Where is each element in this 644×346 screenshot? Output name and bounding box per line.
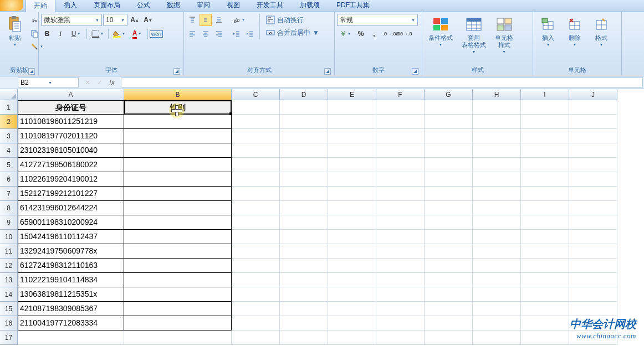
cell-E16[interactable] bbox=[328, 316, 376, 330]
cell-G17[interactable] bbox=[425, 330, 473, 345]
cell-J5[interactable] bbox=[569, 158, 617, 172]
cell-B15[interactable] bbox=[124, 302, 232, 316]
font-size-combo[interactable]: 10▼ bbox=[103, 14, 127, 26]
cell-I7[interactable] bbox=[521, 187, 569, 201]
cell-J12[interactable] bbox=[569, 259, 617, 273]
cell-G2[interactable] bbox=[425, 115, 473, 129]
cell-F15[interactable] bbox=[376, 302, 425, 316]
cell-D9[interactable] bbox=[280, 215, 328, 230]
cell-E1[interactable] bbox=[328, 100, 376, 115]
cell-F1[interactable] bbox=[376, 100, 425, 115]
cell-I12[interactable] bbox=[521, 259, 569, 273]
select-all-corner[interactable] bbox=[0, 89, 18, 100]
align-left-button[interactable] bbox=[186, 28, 198, 40]
delete-cells-button[interactable]: 删除▼ bbox=[562, 14, 587, 48]
tab-view[interactable]: 视图 bbox=[218, 0, 248, 12]
cell-B7[interactable] bbox=[124, 187, 232, 201]
cell-E15[interactable] bbox=[328, 302, 376, 316]
cell-E4[interactable] bbox=[328, 143, 376, 158]
fill-color-button[interactable]: ▼ bbox=[111, 28, 127, 40]
cell-A1[interactable]: 身份证号 bbox=[18, 100, 124, 115]
cell-J10[interactable] bbox=[569, 230, 617, 244]
cell-E12[interactable] bbox=[328, 259, 376, 273]
wrap-text-button[interactable]: 自动换行 bbox=[263, 14, 322, 26]
cell-D14[interactable] bbox=[280, 287, 328, 302]
cell-A15[interactable]: 421087198309085367 bbox=[18, 302, 124, 316]
cell-G7[interactable] bbox=[425, 187, 473, 201]
tab-dev[interactable]: 开发工具 bbox=[248, 0, 292, 12]
cell-C4[interactable] bbox=[232, 143, 280, 158]
cell-G1[interactable] bbox=[425, 100, 473, 115]
cell-E13[interactable] bbox=[328, 273, 376, 287]
cell-H4[interactable] bbox=[473, 143, 521, 158]
cell-H15[interactable] bbox=[473, 302, 521, 316]
cell-B5[interactable] bbox=[124, 158, 232, 172]
cell-C7[interactable] bbox=[232, 187, 280, 201]
cell-I9[interactable] bbox=[521, 215, 569, 230]
cell-C9[interactable] bbox=[232, 215, 280, 230]
cell-H2[interactable] bbox=[473, 115, 521, 129]
cell-J4[interactable] bbox=[569, 143, 617, 158]
cell-G9[interactable] bbox=[425, 215, 473, 230]
cell-G14[interactable] bbox=[425, 287, 473, 302]
cell-F16[interactable] bbox=[376, 316, 425, 330]
format-cells-button[interactable]: 格式▼ bbox=[589, 14, 614, 48]
cell-I15[interactable] bbox=[521, 302, 569, 316]
grow-font-button[interactable]: A▲ bbox=[129, 14, 141, 26]
cell-E8[interactable] bbox=[328, 201, 376, 215]
cell-F4[interactable] bbox=[376, 143, 425, 158]
cell-C15[interactable] bbox=[232, 302, 280, 316]
cell-E7[interactable] bbox=[328, 187, 376, 201]
cell-D15[interactable] bbox=[280, 302, 328, 316]
font-launcher[interactable]: ◢ bbox=[173, 68, 180, 75]
cell-A7[interactable]: 152127199212101227 bbox=[18, 187, 124, 201]
spreadsheet-grid[interactable]: ABCDEFGHIJ 1234567891011121314151617 身份证… bbox=[0, 89, 644, 346]
cell-J7[interactable] bbox=[569, 187, 617, 201]
cell-C8[interactable] bbox=[232, 201, 280, 215]
number-format-combo[interactable]: 常规▼ bbox=[337, 14, 418, 26]
row-header-7[interactable]: 7 bbox=[0, 187, 18, 201]
number-launcher[interactable]: ◢ bbox=[412, 68, 418, 75]
cell-D17[interactable] bbox=[280, 330, 328, 345]
cell-D1[interactable] bbox=[280, 100, 328, 115]
shrink-font-button[interactable]: A▼ bbox=[142, 14, 154, 26]
cell-styles-button[interactable]: 单元格 样式▼ bbox=[491, 14, 517, 55]
row-header-16[interactable]: 16 bbox=[0, 316, 18, 330]
row-header-17[interactable]: 17 bbox=[0, 330, 18, 345]
italic-button[interactable]: I bbox=[54, 28, 67, 40]
fx-button[interactable]: fx bbox=[106, 78, 117, 87]
cancel-formula-button[interactable]: ✕ bbox=[82, 78, 93, 87]
tab-pdf[interactable]: PDF工具集 bbox=[328, 0, 378, 12]
col-header-G[interactable]: G bbox=[425, 89, 473, 100]
comma-button[interactable]: , bbox=[368, 28, 380, 40]
decrease-indent-button[interactable] bbox=[231, 28, 243, 40]
cell-H12[interactable] bbox=[473, 259, 521, 273]
col-header-C[interactable]: C bbox=[232, 89, 280, 100]
clipboard-launcher[interactable]: ◢ bbox=[28, 68, 35, 75]
row-header-4[interactable]: 4 bbox=[0, 143, 18, 158]
office-button[interactable] bbox=[0, 0, 23, 11]
col-header-F[interactable]: F bbox=[376, 89, 425, 100]
cell-E2[interactable] bbox=[328, 115, 376, 129]
cell-G16[interactable] bbox=[425, 316, 473, 330]
cell-E17[interactable] bbox=[328, 330, 376, 345]
tab-addins[interactable]: 加载项 bbox=[292, 0, 328, 12]
cell-I11[interactable] bbox=[521, 244, 569, 259]
col-header-A[interactable]: A bbox=[18, 89, 124, 100]
cell-H17[interactable] bbox=[473, 330, 521, 345]
cell-D13[interactable] bbox=[280, 273, 328, 287]
cell-J15[interactable] bbox=[569, 302, 617, 316]
tab-data[interactable]: 数据 bbox=[159, 0, 188, 12]
cell-A14[interactable]: 13063819811215351x bbox=[18, 287, 124, 302]
col-header-J[interactable]: J bbox=[569, 89, 617, 100]
cell-G10[interactable] bbox=[425, 230, 473, 244]
cell-I8[interactable] bbox=[521, 201, 569, 215]
bold-button[interactable]: B bbox=[41, 28, 53, 40]
cell-J8[interactable] bbox=[569, 201, 617, 215]
cell-B9[interactable] bbox=[124, 215, 232, 230]
insert-cells-button[interactable]: 插入▼ bbox=[535, 14, 561, 48]
cell-G11[interactable] bbox=[425, 244, 473, 259]
cell-F9[interactable] bbox=[376, 215, 425, 230]
formula-input[interactable] bbox=[121, 78, 643, 87]
col-header-E[interactable]: E bbox=[328, 89, 376, 100]
